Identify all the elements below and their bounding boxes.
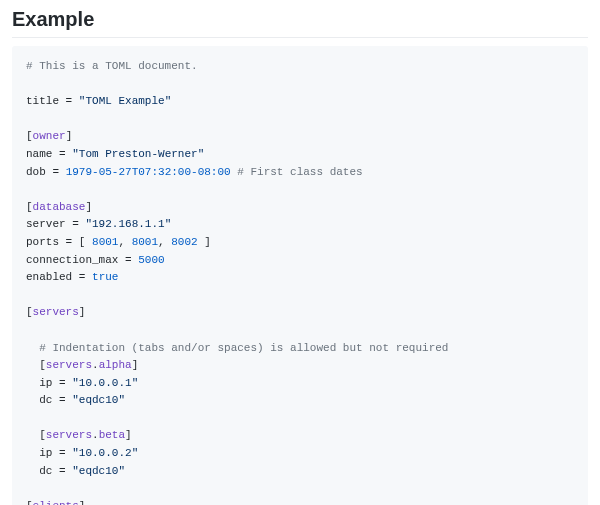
code-punct: ] bbox=[132, 359, 139, 371]
code-number: 5000 bbox=[138, 254, 164, 266]
code-punct: , bbox=[158, 236, 171, 248]
code-number: 8001 bbox=[92, 236, 118, 248]
code-punct: ] bbox=[85, 201, 92, 213]
code-string: "192.168.1.1" bbox=[85, 218, 171, 230]
code-punct: ] bbox=[198, 236, 211, 248]
code-punct: ] bbox=[79, 306, 86, 318]
code-indent bbox=[26, 465, 39, 477]
code-string: "eqdc10" bbox=[72, 465, 125, 477]
code-punct: [ bbox=[26, 130, 33, 142]
code-string: "TOML Example" bbox=[79, 95, 171, 107]
code-comment: # Indentation (tabs and/or spaces) is al… bbox=[39, 342, 448, 354]
code-indent bbox=[26, 429, 39, 441]
code-bool: true bbox=[92, 271, 118, 283]
code-date: 1979-05-27T07:32:00-08:00 bbox=[66, 166, 231, 178]
code-block: # This is a TOML document. title = "TOML… bbox=[12, 46, 588, 505]
code-key: ip bbox=[39, 447, 52, 459]
code-punct: = bbox=[118, 254, 138, 266]
code-key: dob bbox=[26, 166, 46, 178]
code-punct: . bbox=[92, 429, 99, 441]
code-indent bbox=[26, 447, 39, 459]
code-punct: ] bbox=[79, 500, 86, 505]
code-punct: ] bbox=[66, 130, 73, 142]
code-comment: # This is a TOML document. bbox=[26, 60, 198, 72]
code-key: ports bbox=[26, 236, 59, 248]
code-table: alpha bbox=[99, 359, 132, 371]
code-table: clients bbox=[33, 500, 79, 505]
code-punct: . bbox=[92, 359, 99, 371]
code-number: 8001 bbox=[132, 236, 158, 248]
code-indent bbox=[26, 377, 39, 389]
code-table: servers bbox=[46, 359, 92, 371]
code-key: dc bbox=[39, 465, 52, 477]
code-string: "eqdc10" bbox=[72, 394, 125, 406]
code-punct: = bbox=[59, 95, 79, 107]
code-punct: = bbox=[52, 377, 72, 389]
code-punct: = [ bbox=[59, 236, 92, 248]
code-punct: [ bbox=[26, 201, 33, 213]
code-key: ip bbox=[39, 377, 52, 389]
code-table: servers bbox=[33, 306, 79, 318]
code-key: dc bbox=[39, 394, 52, 406]
code-table: owner bbox=[33, 130, 66, 142]
code-indent bbox=[26, 359, 39, 371]
code-punct: [ bbox=[26, 500, 33, 505]
code-table: beta bbox=[99, 429, 125, 441]
code-punct: = bbox=[52, 394, 72, 406]
code-punct: [ bbox=[39, 359, 46, 371]
code-key: name bbox=[26, 148, 52, 160]
code-punct: = bbox=[52, 148, 72, 160]
code-string: "Tom Preston-Werner" bbox=[72, 148, 204, 160]
code-comment: # First class dates bbox=[231, 166, 363, 178]
section-heading: Example bbox=[12, 8, 588, 38]
code-string: "10.0.0.1" bbox=[72, 377, 138, 389]
code-table: database bbox=[33, 201, 86, 213]
code-number: 8002 bbox=[171, 236, 197, 248]
code-punct: [ bbox=[26, 306, 33, 318]
code-punct: [ bbox=[39, 429, 46, 441]
code-punct: = bbox=[66, 218, 86, 230]
code-punct: = bbox=[52, 465, 72, 477]
code-punct: ] bbox=[125, 429, 132, 441]
code-indent bbox=[26, 394, 39, 406]
code-table: servers bbox=[46, 429, 92, 441]
code-punct: = bbox=[72, 271, 92, 283]
code-string: "10.0.0.2" bbox=[72, 447, 138, 459]
code-key: connection_max bbox=[26, 254, 118, 266]
code-key: server bbox=[26, 218, 66, 230]
code-punct: = bbox=[46, 166, 66, 178]
code-punct: = bbox=[52, 447, 72, 459]
code-key: enabled bbox=[26, 271, 72, 283]
code-punct: , bbox=[118, 236, 131, 248]
code-key: title bbox=[26, 95, 59, 107]
code-indent bbox=[26, 342, 39, 354]
